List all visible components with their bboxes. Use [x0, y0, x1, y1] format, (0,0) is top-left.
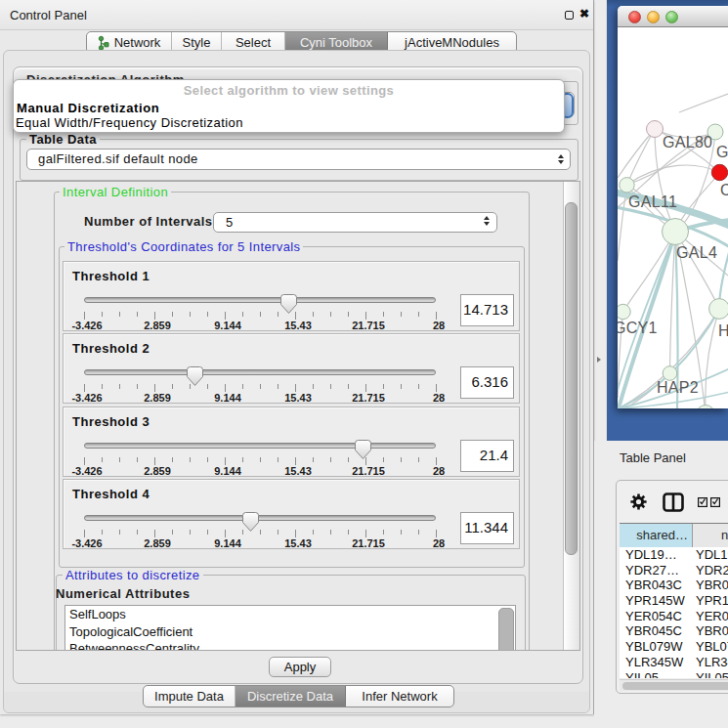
- svg-text:CYC1: CYC1: [720, 182, 728, 198]
- svg-text:HAP2: HAP2: [657, 379, 699, 396]
- svg-text:HIS4: HIS4: [718, 322, 728, 339]
- svg-text:GCY1: GCY1: [618, 320, 658, 336]
- svg-text:GAL80: GAL80: [663, 134, 712, 150]
- svg-text:GAL2: GAL2: [716, 144, 728, 160]
- svg-text:GAL11: GAL11: [628, 193, 677, 210]
- svg-text:GAL4: GAL4: [676, 244, 717, 261]
